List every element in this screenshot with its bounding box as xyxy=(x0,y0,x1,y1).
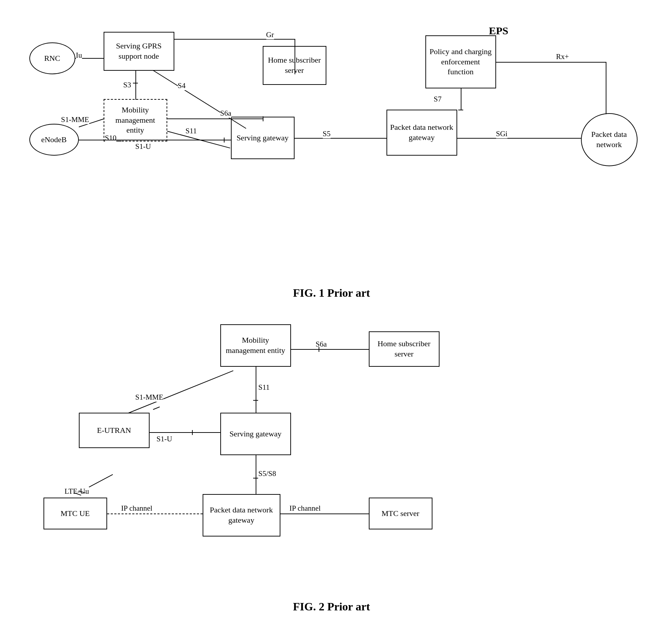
s5-line xyxy=(295,138,386,139)
gr-label: Gr xyxy=(266,30,274,39)
fig2-s6a-tick xyxy=(319,347,319,352)
s6a-label: S6a xyxy=(220,109,232,118)
s3-tick xyxy=(133,83,138,83)
s3-line xyxy=(135,71,136,100)
fig1-caption: FIG. 1 Prior art xyxy=(21,286,642,300)
sgw-node: Serving gateway xyxy=(231,117,295,159)
fig2-mtcue-node: MTC UE xyxy=(43,498,107,529)
s6a-tick xyxy=(263,116,263,121)
eps-label: EPS xyxy=(489,25,508,37)
fig2-eutran-node: E-UTRAN xyxy=(79,413,150,448)
fig2-hss-node: Home subscriber server xyxy=(369,331,440,367)
s7-tick xyxy=(458,110,463,110)
pdn-node: Packet data network xyxy=(581,113,638,166)
iu-label: Iu xyxy=(76,51,82,60)
fig2-sgw-node: Serving gateway xyxy=(220,413,291,455)
s3-label: S3 xyxy=(123,81,131,89)
fig2-s5s8-tick xyxy=(253,478,258,478)
rxplus-line-v xyxy=(606,62,606,114)
fig2-s11-tick xyxy=(253,400,258,401)
hss-line-v xyxy=(295,47,295,74)
fig2-s1mme-label: S1-MME xyxy=(135,393,163,402)
fig2-s1u-tick xyxy=(192,430,193,435)
fig2-s1mme-line xyxy=(128,370,233,413)
fig2-ipchannel2-label: IP channel xyxy=(290,504,321,513)
fig1-diagram: EPS RNC eNodeB Packet data network Servi… xyxy=(22,14,641,283)
fig2-mme-node: Mobility management entity xyxy=(220,324,291,367)
fig2-diagram: Mobility management entity Home subscrib… xyxy=(22,314,641,597)
rxplus-label: Rx+ xyxy=(556,52,569,61)
s4-label: S4 xyxy=(178,81,186,90)
fig2-s1u-line xyxy=(150,432,220,433)
pgw-node: Packet data network gateway xyxy=(386,110,457,156)
s7-label: S7 xyxy=(434,95,442,104)
gr-line-v xyxy=(295,39,295,47)
fig2-s1mme-tick1 xyxy=(153,407,159,410)
sgi-line xyxy=(457,138,581,139)
sgsn-node: Serving GPRS support node xyxy=(104,32,174,71)
s6a-line xyxy=(167,118,263,119)
s5-label: S5 xyxy=(323,129,331,138)
s1u-label: S1-U xyxy=(135,142,151,151)
s7-line xyxy=(461,88,461,110)
s1mme-label: S1-MME xyxy=(61,115,89,124)
fig2-pgw-node: Packet data network gateway xyxy=(203,494,280,536)
s1u-line xyxy=(79,140,231,140)
fig2-ipchannel1-label: IP channel xyxy=(121,504,152,513)
fig2-s11-line xyxy=(256,367,256,413)
fig2-lteuu-label: LTE-Uu xyxy=(65,487,89,496)
fig2-s6a-label: S6a xyxy=(316,340,327,349)
fig2-ipchannel1-line xyxy=(107,514,203,514)
rnc-node: RNC xyxy=(29,42,75,74)
gr-line xyxy=(174,39,295,40)
s10-label: S10 xyxy=(105,134,117,143)
fig2-s5s8-line xyxy=(256,455,256,495)
s11-label: S11 xyxy=(186,127,197,135)
fig2-s11-label: S11 xyxy=(258,383,270,392)
sgi-label: SGi xyxy=(496,129,508,138)
fig2-mtcserver-node: MTC server xyxy=(369,498,432,529)
enodeb-node: eNodeB xyxy=(29,124,79,156)
s1u-tick xyxy=(224,138,225,143)
pcef-node: Policy and charging enforcement function xyxy=(425,35,496,88)
fig2-s1u-label: S1-U xyxy=(157,435,172,443)
rxplus-line xyxy=(496,62,606,63)
fig2-ipchannel2-line xyxy=(280,514,369,514)
fig2-s5s8-label: S5/S8 xyxy=(258,469,276,478)
fig2-s6a-line xyxy=(291,349,369,350)
fig2-caption: FIG. 2 Prior art xyxy=(21,600,642,613)
